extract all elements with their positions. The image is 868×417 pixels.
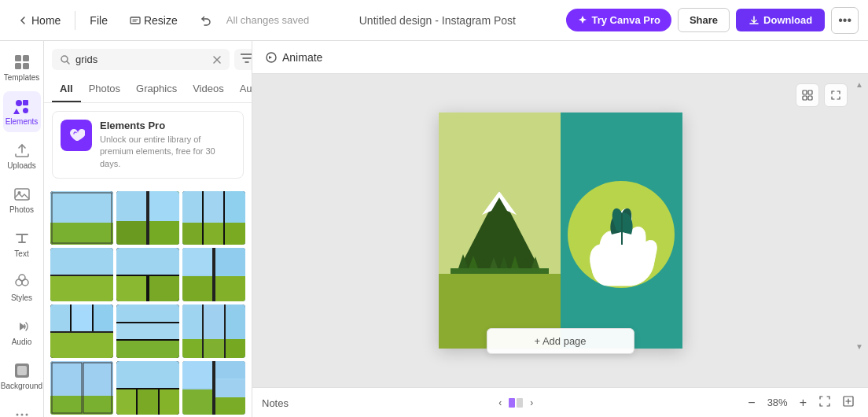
photos-label: Photos (9, 205, 34, 214)
zoom-out-button[interactable]: − (743, 394, 760, 411)
elements-panel: All Photos Graphics Videos Audio Element… (44, 41, 252, 417)
more-options-button[interactable]: ••• (831, 7, 859, 34)
fit-to-screen-button[interactable] (815, 394, 835, 411)
svg-rect-6 (23, 100, 28, 105)
grid-item[interactable] (116, 361, 179, 415)
search-box[interactable] (52, 49, 230, 70)
sidebar-item-uploads[interactable]: Uploads (3, 135, 41, 176)
svg-rect-86 (215, 397, 245, 415)
pro-banner[interactable]: Elements Pro Unlock our entire library o… (52, 111, 244, 179)
grid-row-3 (50, 304, 245, 358)
scroll-down-button[interactable]: ▼ (855, 342, 863, 351)
svg-rect-40 (225, 223, 245, 245)
try-canva-button[interactable]: Try Canva Pro (566, 9, 671, 31)
sidebar-item-more[interactable]: More (3, 400, 41, 417)
zoom-in-button[interactable]: + (795, 394, 811, 411)
styles-icon (13, 274, 31, 291)
svg-rect-0 (131, 17, 140, 24)
prev-page-button[interactable]: ‹ (495, 396, 505, 410)
grid-item[interactable] (182, 248, 245, 301)
home-button[interactable]: Home (9, 9, 68, 31)
expand-button[interactable] (824, 83, 848, 107)
grid-item[interactable] (182, 304, 245, 358)
share-button[interactable]: Share (678, 8, 730, 32)
download-button[interactable]: Download (736, 9, 825, 31)
grid-row-2 (50, 248, 245, 301)
sidebar-item-templates[interactable]: Templates (3, 47, 41, 88)
grid-item[interactable] (116, 191, 179, 245)
fullscreen-button[interactable] (838, 394, 859, 411)
add-page-button[interactable]: + Add page (486, 328, 634, 354)
notes-button[interactable]: Notes (262, 396, 289, 410)
file-button[interactable]: File (82, 9, 116, 31)
scroll-up-button[interactable]: ▲ (855, 80, 863, 89)
svg-rect-70 (226, 339, 245, 358)
sidebar-item-styles[interactable]: Styles (3, 268, 41, 308)
uploads-icon (13, 142, 31, 159)
svg-rect-29 (149, 191, 179, 221)
svg-rect-47 (149, 276, 179, 301)
tab-audio[interactable]: Audio (232, 76, 252, 102)
text-icon (13, 230, 31, 247)
sidebar-item-background[interactable]: Background (3, 356, 41, 397)
home-label: Home (31, 14, 61, 27)
resize-button[interactable]: Resize (122, 9, 186, 31)
sidebar-item-audio[interactable]: Audio (3, 312, 41, 352)
resize-label: Resize (144, 14, 178, 27)
svg-rect-20 (50, 191, 113, 223)
elements-label: Elements (6, 117, 39, 126)
panel-tabs: All Photos Graphics Videos Audio (44, 76, 252, 103)
audio-label: Audio (12, 338, 32, 346)
templates-icon (13, 54, 31, 71)
sidebar-item-photos[interactable]: Photos (3, 179, 41, 220)
svg-rect-41 (50, 248, 113, 275)
grid-item[interactable] (50, 361, 113, 415)
uploads-label: Uploads (7, 161, 36, 170)
fullscreen-icon (843, 396, 854, 407)
svg-rect-130 (509, 398, 515, 408)
svg-point-16 (20, 414, 23, 416)
filter-icon (241, 54, 252, 63)
canvas-page-1[interactable] (439, 113, 561, 349)
grid-item[interactable] (50, 304, 113, 358)
search-input[interactable] (75, 54, 208, 65)
file-label: File (90, 14, 108, 27)
tab-graphics[interactable]: Graphics (128, 76, 185, 102)
grid-item[interactable] (182, 191, 245, 245)
more-icon (13, 406, 31, 417)
canvas-page-2[interactable] (561, 113, 682, 349)
grid-item[interactable] (116, 248, 179, 301)
grid-results (44, 186, 252, 417)
grid-row-4 (50, 361, 245, 415)
svg-rect-56 (72, 304, 92, 331)
grid-item[interactable] (50, 248, 113, 301)
svg-rect-37 (204, 191, 223, 223)
svg-rect-78 (138, 389, 158, 415)
filter-button[interactable] (234, 49, 252, 70)
tab-photos[interactable]: Photos (81, 76, 128, 102)
sidebar-item-elements[interactable]: Elements (3, 91, 41, 132)
grid-view-button[interactable] (796, 83, 819, 107)
svg-rect-3 (15, 63, 21, 69)
sidebar-item-text[interactable]: Text (3, 223, 41, 264)
grid-item[interactable] (50, 191, 113, 245)
tab-videos[interactable]: Videos (185, 76, 232, 102)
zoom-controls: − 38% + (743, 394, 859, 411)
svg-rect-1 (15, 55, 21, 61)
tab-all[interactable]: All (52, 76, 81, 102)
text-label: Text (14, 249, 28, 258)
grid-item[interactable] (182, 361, 245, 415)
zoom-level[interactable]: 38% (763, 397, 792, 408)
svg-rect-69 (204, 339, 224, 358)
grid-item[interactable] (116, 304, 179, 358)
expand-icon (830, 90, 841, 101)
undo-button[interactable] (192, 9, 220, 31)
svg-rect-77 (116, 389, 136, 415)
animate-label: Animate (282, 51, 322, 64)
scroll-controls: ▲ (855, 80, 863, 89)
clear-icon[interactable] (212, 55, 222, 65)
next-page-button[interactable]: › (527, 396, 536, 410)
svg-rect-51 (182, 276, 212, 301)
animate-button[interactable]: Animate (265, 51, 322, 64)
scroll-down: ▼ (855, 342, 863, 351)
